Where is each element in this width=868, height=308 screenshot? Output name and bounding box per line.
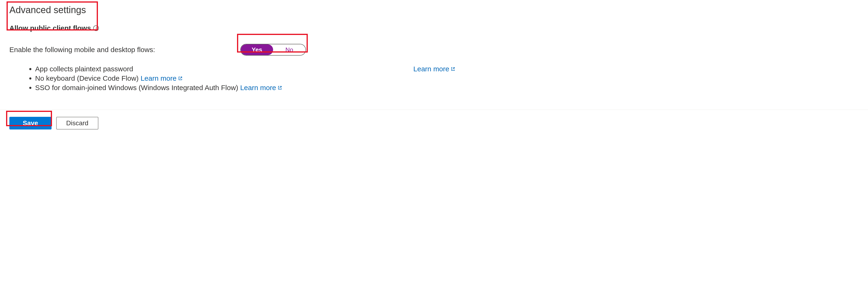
- subsection-title: Allow public client flows: [9, 24, 91, 32]
- discard-button[interactable]: Discard: [56, 117, 98, 130]
- toggle-no[interactable]: No: [273, 44, 305, 55]
- flows-list: App collects plaintext password No keybo…: [35, 65, 282, 93]
- public-client-toggle[interactable]: Yes No: [240, 44, 306, 56]
- flow-text: App collects plaintext password: [35, 65, 133, 73]
- section-title: Advanced settings: [9, 5, 859, 15]
- save-button[interactable]: Save: [9, 117, 52, 130]
- external-link-icon: [451, 66, 455, 71]
- list-item: SSO for domain-joined Windows (Windows I…: [35, 84, 282, 92]
- flow-text: SSO for domain-joined Windows (Windows I…: [35, 84, 240, 91]
- enable-flows-label: Enable the following mobile and desktop …: [9, 46, 155, 54]
- external-link-icon: [178, 76, 183, 81]
- external-link-icon: [278, 85, 282, 90]
- info-icon[interactable]: i: [93, 25, 99, 31]
- list-item: App collects plaintext password: [35, 65, 282, 73]
- learn-more-link-side[interactable]: Learn more: [413, 65, 455, 73]
- flow-text: No keyboard (Device Code Flow): [35, 74, 141, 82]
- toggle-yes[interactable]: Yes: [241, 44, 273, 55]
- list-item: No keyboard (Device Code Flow) Learn mor…: [35, 74, 282, 82]
- learn-more-link[interactable]: Learn more: [240, 84, 282, 92]
- learn-more-link[interactable]: Learn more: [141, 74, 182, 82]
